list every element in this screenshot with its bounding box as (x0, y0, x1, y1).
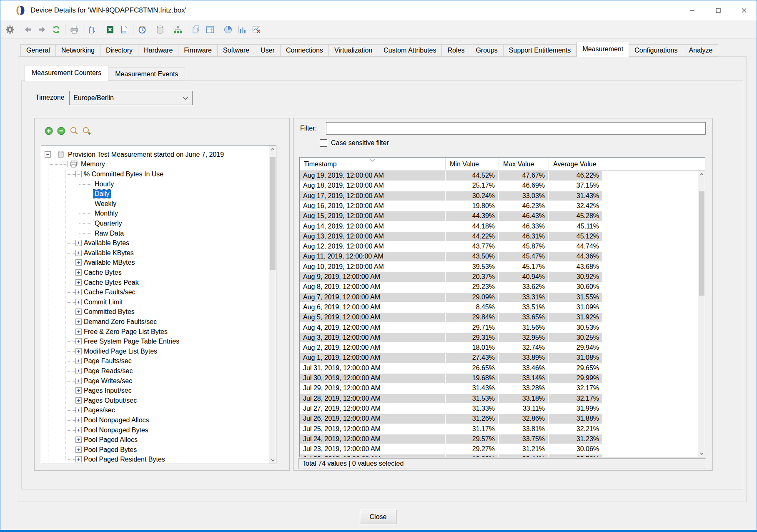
tree-item-cache-bytes[interactable]: Cache Bytes (84, 269, 122, 277)
expand-icon[interactable]: + (75, 329, 82, 335)
tree-item-available-mbytes[interactable]: Available MBytes (84, 258, 135, 267)
zoom-icon[interactable] (69, 125, 82, 136)
export-excel-icon[interactable] (104, 23, 116, 36)
scroll-up-icon[interactable] (269, 146, 276, 153)
collapse-icon[interactable]: − (75, 171, 82, 177)
table-row[interactable]: Jul 25, 2019, 12:00:00 AM31.17%33.81%32.… (300, 424, 698, 434)
topology-icon[interactable] (172, 23, 184, 36)
tree-item-pages-input-sec[interactable]: Pages Input/sec (84, 386, 132, 395)
tab-user[interactable]: User (255, 44, 281, 57)
expand-icon[interactable]: + (75, 309, 82, 315)
tab-networking[interactable]: Networking (56, 44, 100, 57)
tree-scrollbar-thumb[interactable] (270, 157, 276, 270)
tab-general[interactable]: General (20, 44, 56, 57)
table-row[interactable]: Aug 13, 2019, 12:00:00 AM44.22%46.31%45.… (300, 231, 698, 241)
table-row[interactable]: Aug 8, 2019, 12:00:00 AM29.23%33.62%30.6… (300, 282, 698, 292)
tree-item-available-bytes[interactable]: Available Bytes (84, 239, 129, 247)
tree-item-pool-nonpaged-bytes[interactable]: Pool Nonpaged Bytes (84, 426, 148, 434)
tree-item-committed-bytes[interactable]: Committed Bytes (84, 308, 135, 316)
table-row[interactable]: Aug 7, 2019, 12:00:00 AM29.09%33.31%31.5… (300, 292, 698, 302)
tree-item-pages-sec[interactable]: Pages/sec (84, 406, 115, 414)
tree-scrollbar[interactable] (269, 146, 276, 464)
tree-item-free-system-page-table-entries[interactable]: Free System Page Table Entries (84, 337, 179, 346)
expand-icon[interactable]: + (75, 299, 82, 305)
table-row[interactable]: Jul 29, 2019, 12:00:00 AM31.43%33.28%32.… (300, 383, 698, 393)
tree-item-demand-zero-faults-sec[interactable]: Demand Zero Faults/sec (84, 318, 157, 326)
expand-icon[interactable]: + (75, 250, 82, 256)
tab-virtualization[interactable]: Virtualization (329, 44, 378, 57)
documents-icon[interactable] (190, 23, 202, 36)
case-sensitive-checkbox[interactable] (320, 139, 327, 147)
forward-icon[interactable] (36, 23, 48, 36)
tree-item-pool-paged-bytes[interactable]: Pool Paged Bytes (84, 446, 137, 454)
back-icon[interactable] (22, 23, 34, 36)
tree-item-cache-bytes-peak[interactable]: Cache Bytes Peak (84, 279, 139, 287)
table-view-icon[interactable] (204, 23, 216, 36)
table-row[interactable]: Aug 2, 2019, 12:00:00 AM18.01%32.74%29.9… (300, 343, 698, 353)
expand-icon[interactable]: + (75, 368, 82, 374)
subtab-measurement-counters[interactable]: Measurement Counters (25, 65, 108, 81)
timezone-select[interactable]: Europe/Berlin (69, 91, 193, 105)
table-row[interactable]: Aug 11, 2019, 12:00:00 AM43.50%45.47%44.… (300, 251, 698, 261)
print-icon[interactable] (68, 23, 80, 36)
maximize-button[interactable] (705, 0, 731, 20)
table-row[interactable]: Jul 30, 2019, 12:00:00 AM19.68%33.14%29.… (300, 373, 698, 383)
tab-groups[interactable]: Groups (470, 44, 503, 57)
table-row[interactable]: Aug 14, 2019, 12:00:00 AM44.18%46.33%45.… (300, 221, 698, 231)
tab-configurations[interactable]: Configurations (629, 44, 683, 57)
filter-input[interactable] (326, 122, 706, 135)
remove-counter-button[interactable] (57, 125, 69, 136)
table-row[interactable]: Aug 16, 2019, 12:00:00 AM19.80%46.23%32.… (300, 201, 698, 211)
table-row[interactable]: Aug 12, 2019, 12:00:00 AM43.77%45.87%44.… (300, 241, 698, 251)
tree-item-page-reads-sec[interactable]: Page Reads/sec (84, 367, 133, 375)
tab-software[interactable]: Software (218, 44, 255, 57)
table-row[interactable]: Aug 9, 2019, 12:00:00 AM20.37%40.94%30.9… (300, 272, 698, 282)
table-row[interactable]: Jul 24, 2019, 12:00:00 AM29.57%33.75%31.… (300, 434, 698, 444)
tree-item-daily[interactable]: Daily (93, 190, 111, 198)
expand-icon[interactable]: + (75, 437, 82, 443)
table-row[interactable]: Aug 3, 2019, 12:00:00 AM29.31%32.95%30.2… (300, 333, 698, 343)
table-row[interactable]: Aug 15, 2019, 12:00:00 AM44.39%46.43%45.… (300, 211, 698, 221)
tree-item-hourly[interactable]: Hourly (95, 180, 114, 188)
table-row[interactable]: Jul 23, 2019, 12:00:00 AM29.27%31.21%30.… (300, 444, 698, 454)
expand-icon[interactable]: + (75, 417, 82, 423)
schedule-icon[interactable] (136, 23, 148, 36)
subtab-measurement-events[interactable]: Measurement Events (108, 68, 185, 81)
tab-firmware[interactable]: Firmware (178, 44, 218, 57)
tree-item-free-zero-page-list-bytes[interactable]: Free & Zero Page List Bytes (84, 328, 168, 336)
tree-item-provision-test-measurement-started-on-june-7-2019[interactable]: Provision Test Measurement started on Ju… (68, 151, 224, 159)
tree-item-cache-faults-sec[interactable]: Cache Faults/sec (84, 288, 135, 296)
expand-icon[interactable]: + (75, 407, 82, 413)
scroll-up-icon[interactable] (698, 171, 705, 178)
expand-icon[interactable]: + (75, 269, 82, 276)
tree-item-pool-nonpaged-allocs[interactable]: Pool Nonpaged Allocs (84, 416, 149, 424)
table-row[interactable]: Jul 31, 2019, 12:00:00 AM26.65%33.46%29.… (300, 363, 698, 373)
tree-item-page-writes-sec[interactable]: Page Writes/sec (84, 377, 132, 385)
scroll-down-icon[interactable] (269, 457, 276, 464)
tree-item-pages-output-sec[interactable]: Pages Output/sec (84, 396, 137, 405)
expand-icon[interactable]: + (75, 240, 82, 246)
collapse-icon[interactable]: − (62, 161, 68, 167)
expand-icon[interactable]: + (75, 456, 82, 462)
settings-icon[interactable] (4, 23, 16, 36)
expand-icon[interactable]: + (75, 348, 82, 354)
table-row[interactable]: Jul 22, 2019, 12:00:00 AM19.09%32.44%29.… (300, 454, 698, 457)
expand-icon[interactable]: + (75, 378, 82, 384)
expand-icon[interactable]: + (75, 387, 82, 394)
close-button[interactable]: Close (360, 510, 396, 524)
expand-icon[interactable]: + (75, 289, 82, 295)
add-counter-button[interactable] (44, 125, 57, 136)
expand-icon[interactable]: + (75, 358, 82, 364)
tree-item-committed-bytes-in-use[interactable]: % Committed Bytes In Use (84, 170, 163, 178)
tab-hardware[interactable]: Hardware (138, 44, 178, 57)
tree-item-pool-paged-resident-bytes[interactable]: Pool Paged Resident Bytes (84, 455, 165, 464)
table-row[interactable]: Aug 10, 2019, 12:00:00 AM39.53%45.17%43.… (300, 262, 698, 272)
collapse-icon[interactable]: − (45, 151, 51, 158)
tab-directory[interactable]: Directory (100, 44, 138, 57)
expand-icon[interactable]: + (75, 279, 82, 286)
tab-support-entitlements[interactable]: Support Entitlements (504, 44, 577, 57)
expand-icon[interactable]: + (75, 397, 82, 404)
table-row[interactable]: Aug 5, 2019, 12:00:00 AM29.84%33.65%31.9… (300, 312, 698, 322)
tab-custom-attributes[interactable]: Custom Attributes (378, 44, 442, 57)
expand-icon[interactable]: + (75, 259, 82, 266)
